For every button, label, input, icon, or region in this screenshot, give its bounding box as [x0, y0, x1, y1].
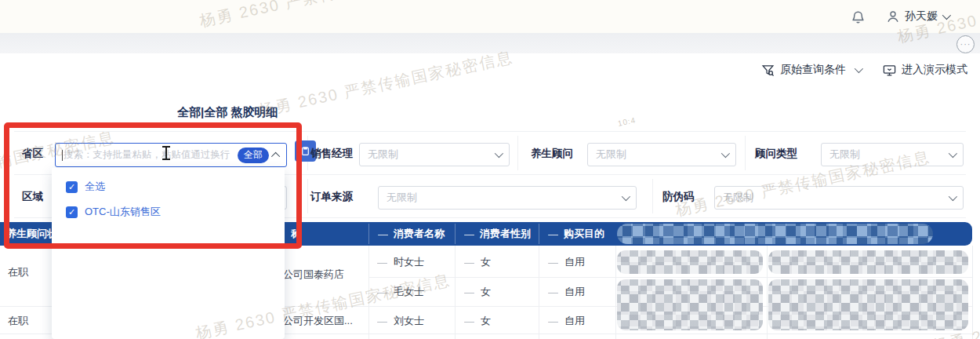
- consumer-gender-cell: — 女: [464, 285, 491, 299]
- redacted-cell-region: [617, 279, 763, 330]
- redacted-header-region: [617, 224, 933, 244]
- health-advisor-value: 无限制: [596, 148, 721, 162]
- user-icon: [886, 9, 900, 24]
- chevron-down-icon: [949, 149, 957, 158]
- store-name-cell: 限公司开发区国...: [273, 314, 353, 328]
- redacted-cell-region: [617, 250, 763, 274]
- chevron-down-icon: [622, 192, 630, 201]
- advisor-type-filter-label: 顾问类型: [755, 147, 797, 161]
- col-consumer-name[interactable]: — 消费者名称: [378, 222, 445, 246]
- annotation-red-rectangle: [4, 122, 302, 249]
- sales-manager-filter-label: 销售经理: [310, 147, 353, 161]
- presentation-icon: [883, 64, 896, 77]
- original-query-label: 原始查询条件: [780, 63, 846, 77]
- presentation-mode-button[interactable]: 进入演示模式: [883, 63, 967, 77]
- original-query-conditions-button[interactable]: 原始查询条件: [761, 63, 861, 77]
- more-options-icon[interactable]: ···: [956, 35, 975, 53]
- sales-manager-value: 无限制: [368, 148, 495, 162]
- advisor-type-value: 无限制: [829, 148, 949, 162]
- dash-icon: —: [377, 286, 387, 298]
- secondary-bar: [0, 33, 980, 53]
- chevron-down-icon: [495, 149, 503, 158]
- chevron-down-icon: [942, 11, 951, 20]
- filter-search-icon: [761, 64, 775, 77]
- order-source-value: 无限制: [387, 191, 622, 205]
- dash-icon: —: [464, 257, 474, 268]
- purchase-purpose-cell: — 自用: [548, 314, 585, 328]
- sales-manager-select[interactable]: 无限制: [359, 143, 510, 166]
- page-title: 全部|全部 熬胶明细: [177, 105, 278, 120]
- purchase-purpose-cell: — 自用: [548, 255, 585, 269]
- col-purchase-purpose[interactable]: — 购买目的: [548, 222, 604, 246]
- presentation-label: 进入演示模式: [902, 63, 967, 77]
- purchase-purpose-cell: — 自用: [548, 285, 585, 299]
- consumer-name-cell: — 毛女士: [377, 285, 424, 299]
- chevron-down-icon: [721, 149, 730, 158]
- user-name: 孙天媛: [905, 9, 938, 24]
- dash-icon: —: [548, 257, 558, 268]
- dash-icon: —: [377, 315, 387, 327]
- dash-icon: —: [464, 286, 474, 298]
- anti-fake-code-select[interactable]: 无限制: [714, 186, 964, 210]
- chevron-down-icon: [855, 64, 863, 73]
- column-dash-icon: —: [464, 228, 474, 240]
- anti-fake-code-value: 无限制: [723, 191, 949, 205]
- col-consumer-gender[interactable]: — 消费者性别: [464, 222, 531, 246]
- watermark: 杨勇 2630 严禁传输国家秘密信息: [256, 46, 515, 121]
- user-menu[interactable]: 孙天媛: [886, 9, 949, 24]
- app-window: 孙天媛 ··· 原始查询条件 进入演示模式 全部|全部 熬胶明细: [0, 0, 980, 339]
- chevron-down-icon: [949, 192, 957, 201]
- consumer-name-cell: — 时女士: [377, 255, 424, 269]
- advisor-status-cell: 在职: [8, 265, 28, 279]
- top-navbar: 孙天媛: [0, 0, 980, 34]
- dash-icon: —: [377, 257, 387, 268]
- redacted-cell-region: [768, 250, 968, 274]
- dash-icon: —: [548, 315, 558, 327]
- health-advisor-select[interactable]: 无限制: [587, 143, 736, 166]
- watermark-small: 10:4: [617, 115, 637, 128]
- order-source-select[interactable]: 无限制: [378, 186, 637, 210]
- dash-icon: —: [464, 315, 474, 327]
- consumer-name-cell: — 刘女士: [377, 314, 424, 328]
- dash-icon: —: [548, 286, 558, 298]
- advisor-type-select[interactable]: 无限制: [821, 143, 964, 166]
- advisor-status-cell: 在职: [8, 314, 28, 328]
- text-cursor-ibeam: [162, 145, 171, 161]
- column-dash-icon: —: [548, 228, 558, 240]
- notification-bell-icon[interactable]: [851, 9, 866, 24]
- consumer-gender-cell: — 女: [464, 314, 491, 328]
- order-source-filter-label: 订单来源: [310, 190, 353, 204]
- redacted-cell-region: [768, 279, 968, 330]
- anti-fake-code-filter-label: 防伪码: [662, 190, 695, 204]
- health-advisor-filter-label: 养生顾问: [531, 147, 573, 161]
- column-dash-icon: —: [378, 228, 388, 240]
- consumer-gender-cell: — 女: [464, 255, 491, 269]
